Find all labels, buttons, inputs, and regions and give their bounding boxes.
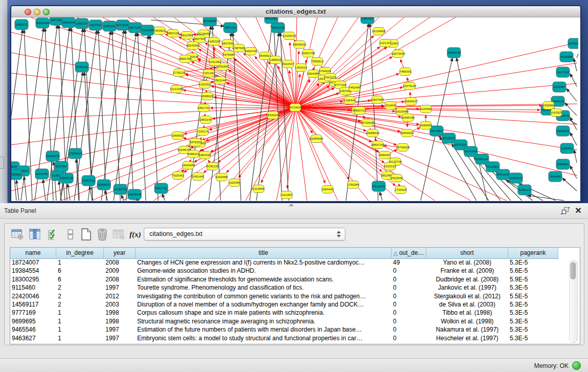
table-cell[interactable]: 1997	[104, 325, 136, 334]
table-cell[interactable]: 2012	[104, 292, 136, 301]
table-cell[interactable]: 0	[391, 300, 426, 309]
column-header-year[interactable]: year	[104, 248, 136, 259]
table-cell[interactable]: Estimation of significance thresholds fo…	[136, 275, 391, 284]
column-header-out_de[interactable]: △out_de…	[391, 248, 426, 259]
table-cell[interactable]: 5.5E-5	[508, 292, 558, 301]
graph-node-label: 5878351	[189, 141, 202, 144]
table-cell[interactable]: 2	[56, 292, 104, 301]
table-cell[interactable]: 9115460	[10, 283, 56, 292]
table-cell[interactable]: 0	[391, 275, 426, 284]
row-height-icon[interactable]	[64, 228, 77, 241]
table-cell[interactable]: de Silva et al. (2003)	[426, 300, 508, 309]
graph-node-label: 8938923	[443, 137, 455, 140]
table-cell[interactable]: Jankovic et al. (1997)	[426, 283, 508, 292]
column-header-name[interactable]: name	[10, 248, 56, 259]
table-cell[interactable]: 9465546	[10, 325, 56, 334]
delete-column-icon[interactable]	[96, 228, 109, 241]
table-cell[interactable]: Investigating the contribution of common…	[136, 292, 391, 301]
table-cell[interactable]: 1998	[104, 317, 136, 326]
panel-collapse-handle[interactable]	[0, 157, 4, 169]
table-cell[interactable]: 9463627	[10, 334, 56, 343]
network-window-titlebar[interactable]: citations_edges.txt	[11, 6, 580, 17]
table-cell[interactable]: 2009	[104, 267, 136, 275]
table-cell[interactable]: 1	[56, 317, 104, 326]
table-cell[interactable]: 14569117	[10, 300, 56, 309]
column-header-pagerank[interactable]: pagerank	[508, 248, 558, 259]
table-cell[interactable]: 18300295	[10, 275, 56, 284]
table-cell[interactable]: 2	[56, 283, 104, 292]
table-cell[interactable]: Hescheler et al. (1997)	[426, 334, 508, 343]
table-cell[interactable]: 49	[391, 258, 426, 267]
memory-status-indicator[interactable]	[572, 361, 581, 370]
table-cell[interactable]: 0	[391, 292, 426, 301]
table-cell[interactable]: Embryonic stem cells: a model to study s…	[136, 334, 391, 343]
close-panel-icon[interactable]: ✕	[574, 206, 583, 216]
table-cell[interactable]: 5.3E-5	[508, 258, 558, 267]
table-cell[interactable]: 6	[56, 275, 104, 284]
table-cell[interactable]: Disruption of a novel member of a sodium…	[136, 300, 391, 309]
table-cell[interactable]: Dudbridge et al. (2008)	[426, 275, 508, 284]
table-cell[interactable]: 5.9E-5	[508, 275, 558, 284]
vertical-scrollbar[interactable]	[569, 260, 578, 343]
column-header-short[interactable]: short	[426, 248, 508, 259]
table-cell[interactable]: 5.3E-5	[508, 325, 558, 334]
scrollbar-thumb[interactable]	[570, 262, 576, 279]
table-cell[interactable]: 1	[56, 258, 104, 267]
table-cell[interactable]: 19384554	[10, 267, 56, 275]
node-table[interactable]: namein_degreeyeartitle△out_de…shortpager…	[10, 247, 580, 344]
float-panel-icon[interactable]	[561, 207, 570, 215]
table-cell[interactable]: 9699695	[10, 317, 56, 326]
table-cell[interactable]: 5.3E-5	[508, 309, 558, 317]
table-cell[interactable]: 2008	[104, 275, 136, 284]
table-cell[interactable]: 22420046	[10, 292, 56, 301]
table-cell[interactable]: Changes of HCN gene expression and I(f) …	[136, 258, 391, 267]
table-cell[interactable]: 2	[56, 300, 104, 309]
table-cell[interactable]: 0	[391, 317, 426, 326]
table-cell[interactable]: Franke et al. (2009)	[426, 267, 508, 275]
table-cell[interactable]: 2003	[104, 300, 136, 309]
table-cell[interactable]: Stergiakouli et al. (2012)	[426, 292, 508, 301]
table-cell[interactable]: Nakamura et al. (1997)	[426, 325, 508, 334]
table-cell[interactable]: 2008	[104, 258, 136, 267]
table-cell[interactable]: Corpus callosum shape and size in male p…	[136, 309, 391, 317]
table-cell[interactable]: Yano et al. (2008)	[426, 258, 508, 267]
table-cell[interactable]: 5.3E-5	[508, 317, 558, 326]
select-rows-icon[interactable]	[47, 228, 60, 241]
create-column-icon[interactable]	[79, 228, 93, 241]
table-cell[interactable]: Estimation of the future numbers of pati…	[136, 325, 391, 334]
table-cell[interactable]: 6	[56, 267, 104, 275]
table-cell[interactable]: 1997	[104, 283, 136, 292]
graph-node-label: 16154808	[372, 30, 386, 33]
table-cell[interactable]: 0	[391, 325, 426, 334]
table-cell[interactable]: Genome-wide association studies in ADHD.	[136, 267, 391, 275]
table-cell[interactable]: Wolkin et al. (1998)	[426, 317, 508, 326]
table-cell[interactable]: 0	[391, 283, 426, 292]
table-cell[interactable]: 1	[56, 309, 104, 317]
import-table-icon[interactable]	[112, 228, 125, 241]
table-cell[interactable]: 1	[56, 325, 104, 334]
table-cell[interactable]: 5.6E-5	[508, 267, 558, 275]
table-settings-icon[interactable]	[11, 228, 24, 241]
table-cell[interactable]: 5.3E-5	[508, 283, 558, 292]
table-cell[interactable]: 0	[391, 334, 426, 343]
splitpane-handle-icon[interactable]	[289, 204, 294, 206]
network-canvas[interactable]: 2405572306914061881381164583451653257152…	[11, 17, 578, 201]
table-cell[interactable]: Tibbo et al. (1998)	[426, 309, 508, 317]
table-cell[interactable]: 5.3E-5	[508, 300, 558, 309]
citation-network-graph[interactable]: 2405572306914061881381164583451653257152…	[11, 17, 578, 201]
column-header-in_degree[interactable]: in_degree	[56, 248, 104, 259]
table-selector-dropdown[interactable]: citations_edges.txt	[144, 228, 345, 240]
column-header-title[interactable]: title	[136, 248, 391, 259]
table-cell[interactable]: 1997	[104, 334, 136, 343]
table-cell[interactable]: 1	[56, 334, 104, 343]
table-cell[interactable]: 0	[391, 267, 426, 275]
table-cell[interactable]: 18724007	[10, 258, 56, 267]
table-cell[interactable]: 9777169	[10, 309, 56, 317]
table-cell[interactable]: 0	[391, 309, 426, 317]
table-cell[interactable]: 1998	[104, 309, 136, 317]
table-cell[interactable]: Structural magnetic resonance image aver…	[136, 317, 391, 326]
table-cell[interactable]: Tourette syndrome. Phenomenology and cla…	[136, 283, 391, 292]
graph-node-label: 18807243	[371, 143, 385, 146]
show-columns-icon[interactable]	[28, 228, 41, 241]
table-cell[interactable]: 5.3E-5	[508, 334, 558, 343]
